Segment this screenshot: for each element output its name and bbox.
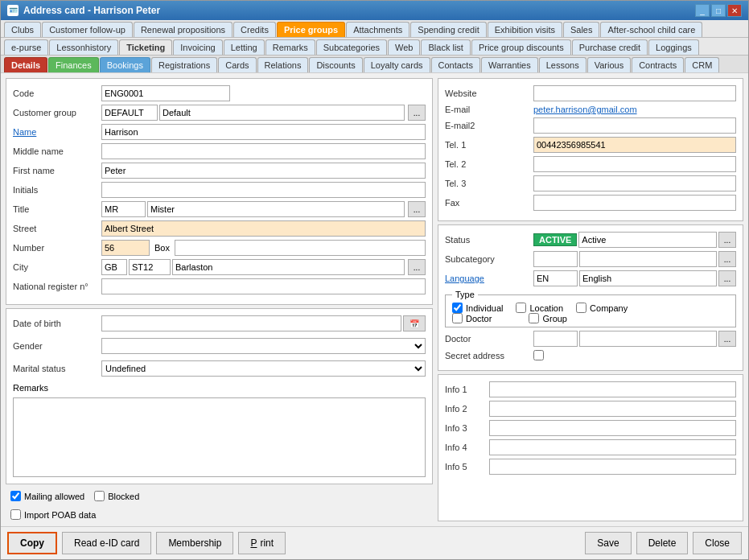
dtab-details[interactable]: Details (4, 57, 47, 72)
city-browse-button[interactable]: ... (408, 259, 426, 275)
fax-input[interactable] (533, 195, 736, 211)
dtab-contacts[interactable]: Contacts (431, 57, 480, 72)
dtab-cards[interactable]: Cards (218, 57, 256, 72)
tab-credits[interactable]: Credits (233, 22, 276, 37)
language-code-input[interactable] (533, 270, 578, 286)
company-checkbox[interactable] (576, 303, 586, 313)
dtab-loyaltycards[interactable]: Loyalty cards (364, 57, 430, 72)
close-window-button[interactable]: ✕ (727, 4, 742, 17)
dtab-various[interactable]: Various (587, 57, 631, 72)
national-reg-input[interactable] (101, 278, 426, 294)
dtab-crm[interactable]: CRM (685, 57, 719, 72)
tab-attachments[interactable]: Attachments (346, 22, 409, 37)
number-input[interactable] (101, 240, 150, 256)
read-eid-button[interactable]: Read e-ID card (62, 532, 151, 554)
delete-button[interactable]: Delete (636, 532, 689, 554)
middle-name-input[interactable] (101, 143, 426, 159)
city-code-input[interactable] (129, 259, 171, 275)
info2-input[interactable] (489, 401, 736, 417)
subtab-loggings[interactable]: Loggings (648, 39, 699, 55)
dtab-warranties[interactable]: Warranties (481, 57, 538, 72)
subtab-remarks[interactable]: Remarks (265, 39, 315, 55)
dtab-finances[interactable]: Finances (48, 57, 99, 72)
info1-input[interactable] (489, 381, 736, 397)
tel1-input[interactable] (533, 137, 736, 153)
info4-input[interactable] (489, 439, 736, 455)
title-name-input[interactable] (147, 201, 405, 217)
subtab-epurse[interactable]: e-purse (4, 39, 48, 55)
customer-group-name-input[interactable] (159, 105, 405, 121)
subtab-invoicing[interactable]: Invoicing (173, 39, 222, 55)
doctor-code-input[interactable] (533, 331, 578, 347)
website-input[interactable] (533, 85, 736, 101)
subcategory-code-input[interactable] (533, 251, 578, 267)
name-input[interactable] (101, 124, 426, 140)
dtab-bookings[interactable]: Bookings (100, 57, 150, 72)
dtab-relations[interactable]: Relations (257, 57, 309, 72)
mailing-checkbox[interactable] (10, 491, 21, 501)
email-value[interactable]: peter.harrison@gmail.com (533, 105, 736, 114)
subtab-ticketing[interactable]: Ticketing (119, 39, 172, 55)
email2-input[interactable] (533, 117, 736, 134)
subtab-blacklist[interactable]: Black list (421, 39, 470, 55)
dtab-registrations[interactable]: Registrations (151, 57, 217, 72)
location-checkbox[interactable] (516, 303, 526, 313)
city-country-input[interactable] (101, 259, 127, 275)
title-browse-button[interactable]: ... (408, 201, 426, 217)
tel2-input[interactable] (533, 156, 736, 172)
subtab-subcategories[interactable]: Subcategories (316, 39, 387, 55)
subtab-pricegroupdiscounts[interactable]: Price group discounts (471, 39, 571, 55)
remarks-textarea[interactable] (13, 397, 426, 477)
doctor-type-checkbox[interactable] (452, 313, 463, 323)
info5-input[interactable] (489, 459, 736, 475)
language-label[interactable]: Language (445, 274, 533, 283)
blocked-checkbox[interactable] (94, 491, 105, 501)
print-button[interactable]: Print (238, 532, 286, 554)
close-button[interactable]: Close (693, 532, 742, 554)
doctor-browse-button[interactable]: ... (718, 331, 736, 347)
dtab-discounts[interactable]: Discounts (309, 57, 362, 72)
tab-clubs[interactable]: Clubs (4, 22, 41, 37)
tab-customer-followup[interactable]: Customer follow-up (42, 22, 133, 37)
info3-input[interactable] (489, 420, 736, 436)
doctor-name-input[interactable] (579, 331, 717, 347)
import-poab-checkbox[interactable] (10, 509, 21, 520)
tab-price-groups[interactable]: Price groups (277, 22, 345, 37)
language-name-input[interactable] (579, 270, 717, 286)
name-label[interactable]: Name (13, 127, 101, 137)
dtab-contracts[interactable]: Contracts (632, 57, 684, 72)
subcategory-name-input[interactable] (579, 251, 717, 267)
tel3-input[interactable] (533, 175, 736, 191)
status-browse-button[interactable]: ... (718, 232, 736, 248)
subtab-letting[interactable]: Letting (224, 39, 265, 55)
gender-select[interactable] (101, 338, 426, 354)
title-code-input[interactable] (101, 201, 146, 217)
tab-spending-credit[interactable]: Spending credit (410, 22, 486, 37)
street-input[interactable] (101, 220, 426, 237)
dtab-lessons[interactable]: Lessons (539, 57, 586, 72)
save-button[interactable]: Save (585, 532, 631, 554)
maximize-button[interactable]: □ (711, 4, 726, 17)
subtab-web[interactable]: Web (388, 39, 420, 55)
subcategory-browse-button[interactable]: ... (718, 251, 736, 267)
customer-group-code-input[interactable] (101, 105, 158, 121)
tab-afterschool[interactable]: After-school child care (600, 22, 702, 37)
code-input[interactable] (101, 85, 230, 101)
copy-button[interactable]: Copy (7, 532, 57, 554)
dob-calendar-button[interactable]: 📅 (403, 315, 426, 331)
box-input[interactable] (175, 240, 426, 256)
customer-group-browse-button[interactable]: ... (408, 105, 426, 121)
language-browse-button[interactable]: ... (718, 270, 736, 286)
tab-sales[interactable]: Sales (563, 22, 600, 37)
group-checkbox[interactable] (529, 313, 539, 323)
status-name-input[interactable] (578, 232, 717, 248)
minimize-button[interactable]: _ (695, 4, 710, 17)
tab-exhibition-visits[interactable]: Exhibition visits (488, 22, 562, 37)
membership-button[interactable]: Membership (156, 532, 233, 554)
marital-select[interactable]: Undefined (101, 360, 426, 377)
secret-address-checkbox[interactable] (533, 350, 544, 360)
first-name-input[interactable] (101, 163, 426, 179)
individual-checkbox[interactable] (452, 303, 463, 313)
initials-input[interactable] (101, 182, 426, 198)
tab-renewal-propositions[interactable]: Renewal propositions (134, 22, 233, 37)
